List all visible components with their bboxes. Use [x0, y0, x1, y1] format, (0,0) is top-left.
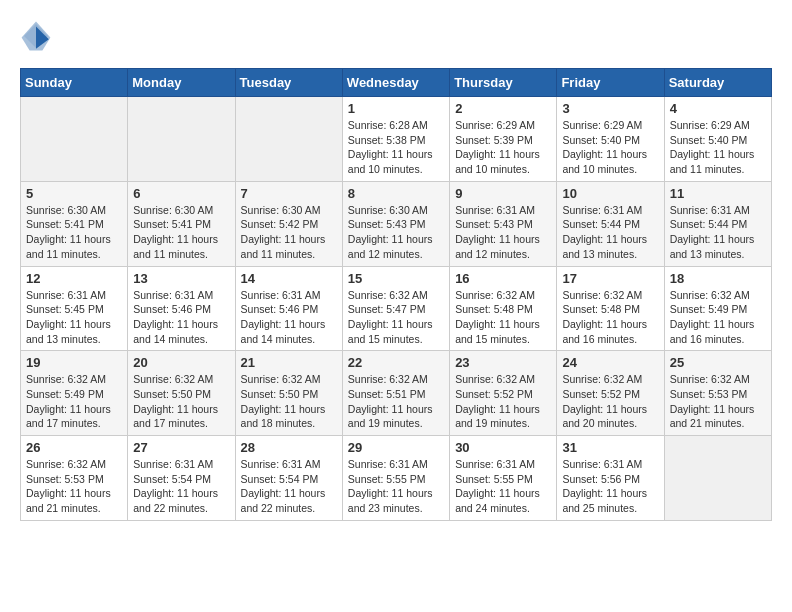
day-number: 1	[348, 101, 444, 116]
calendar-cell: 12Sunrise: 6:31 AM Sunset: 5:45 PM Dayli…	[21, 266, 128, 351]
day-info: Sunrise: 6:32 AM Sunset: 5:52 PM Dayligh…	[455, 372, 551, 431]
day-number: 21	[241, 355, 337, 370]
calendar-cell: 22Sunrise: 6:32 AM Sunset: 5:51 PM Dayli…	[342, 351, 449, 436]
calendar-cell	[235, 97, 342, 182]
calendar-table: SundayMondayTuesdayWednesdayThursdayFrid…	[20, 68, 772, 521]
calendar-cell	[664, 436, 771, 521]
calendar-cell: 15Sunrise: 6:32 AM Sunset: 5:47 PM Dayli…	[342, 266, 449, 351]
week-row-3: 12Sunrise: 6:31 AM Sunset: 5:45 PM Dayli…	[21, 266, 772, 351]
days-of-week-row: SundayMondayTuesdayWednesdayThursdayFrid…	[21, 69, 772, 97]
day-number: 20	[133, 355, 229, 370]
day-number: 4	[670, 101, 766, 116]
day-info: Sunrise: 6:32 AM Sunset: 5:53 PM Dayligh…	[26, 457, 122, 516]
day-info: Sunrise: 6:32 AM Sunset: 5:47 PM Dayligh…	[348, 288, 444, 347]
day-info: Sunrise: 6:30 AM Sunset: 5:41 PM Dayligh…	[133, 203, 229, 262]
calendar-cell: 1Sunrise: 6:28 AM Sunset: 5:38 PM Daylig…	[342, 97, 449, 182]
calendar-cell: 13Sunrise: 6:31 AM Sunset: 5:46 PM Dayli…	[128, 266, 235, 351]
calendar-cell: 3Sunrise: 6:29 AM Sunset: 5:40 PM Daylig…	[557, 97, 664, 182]
day-info: Sunrise: 6:32 AM Sunset: 5:48 PM Dayligh…	[562, 288, 658, 347]
logo	[20, 20, 58, 52]
day-number: 7	[241, 186, 337, 201]
calendar-cell: 9Sunrise: 6:31 AM Sunset: 5:43 PM Daylig…	[450, 181, 557, 266]
day-number: 9	[455, 186, 551, 201]
day-info: Sunrise: 6:29 AM Sunset: 5:40 PM Dayligh…	[670, 118, 766, 177]
day-info: Sunrise: 6:32 AM Sunset: 5:49 PM Dayligh…	[670, 288, 766, 347]
day-number: 11	[670, 186, 766, 201]
calendar-cell: 25Sunrise: 6:32 AM Sunset: 5:53 PM Dayli…	[664, 351, 771, 436]
day-info: Sunrise: 6:32 AM Sunset: 5:52 PM Dayligh…	[562, 372, 658, 431]
day-number: 15	[348, 271, 444, 286]
calendar-cell: 17Sunrise: 6:32 AM Sunset: 5:48 PM Dayli…	[557, 266, 664, 351]
day-header-wednesday: Wednesday	[342, 69, 449, 97]
day-number: 27	[133, 440, 229, 455]
calendar-cell: 10Sunrise: 6:31 AM Sunset: 5:44 PM Dayli…	[557, 181, 664, 266]
day-number: 14	[241, 271, 337, 286]
day-info: Sunrise: 6:31 AM Sunset: 5:44 PM Dayligh…	[670, 203, 766, 262]
day-number: 22	[348, 355, 444, 370]
day-number: 17	[562, 271, 658, 286]
day-number: 23	[455, 355, 551, 370]
day-header-tuesday: Tuesday	[235, 69, 342, 97]
day-info: Sunrise: 6:32 AM Sunset: 5:53 PM Dayligh…	[670, 372, 766, 431]
day-info: Sunrise: 6:31 AM Sunset: 5:55 PM Dayligh…	[455, 457, 551, 516]
day-number: 19	[26, 355, 122, 370]
day-number: 16	[455, 271, 551, 286]
day-number: 13	[133, 271, 229, 286]
day-number: 2	[455, 101, 551, 116]
day-info: Sunrise: 6:29 AM Sunset: 5:40 PM Dayligh…	[562, 118, 658, 177]
calendar-cell: 28Sunrise: 6:31 AM Sunset: 5:54 PM Dayli…	[235, 436, 342, 521]
day-info: Sunrise: 6:31 AM Sunset: 5:56 PM Dayligh…	[562, 457, 658, 516]
day-number: 26	[26, 440, 122, 455]
day-info: Sunrise: 6:32 AM Sunset: 5:50 PM Dayligh…	[241, 372, 337, 431]
calendar-cell: 24Sunrise: 6:32 AM Sunset: 5:52 PM Dayli…	[557, 351, 664, 436]
calendar-cell: 2Sunrise: 6:29 AM Sunset: 5:39 PM Daylig…	[450, 97, 557, 182]
calendar-body: 1Sunrise: 6:28 AM Sunset: 5:38 PM Daylig…	[21, 97, 772, 521]
day-number: 12	[26, 271, 122, 286]
page-header	[20, 20, 772, 52]
day-number: 18	[670, 271, 766, 286]
day-info: Sunrise: 6:32 AM Sunset: 5:51 PM Dayligh…	[348, 372, 444, 431]
calendar-cell: 16Sunrise: 6:32 AM Sunset: 5:48 PM Dayli…	[450, 266, 557, 351]
calendar-cell: 26Sunrise: 6:32 AM Sunset: 5:53 PM Dayli…	[21, 436, 128, 521]
calendar-cell: 21Sunrise: 6:32 AM Sunset: 5:50 PM Dayli…	[235, 351, 342, 436]
calendar-header: SundayMondayTuesdayWednesdayThursdayFrid…	[21, 69, 772, 97]
day-number: 5	[26, 186, 122, 201]
day-info: Sunrise: 6:28 AM Sunset: 5:38 PM Dayligh…	[348, 118, 444, 177]
day-info: Sunrise: 6:31 AM Sunset: 5:45 PM Dayligh…	[26, 288, 122, 347]
day-info: Sunrise: 6:30 AM Sunset: 5:41 PM Dayligh…	[26, 203, 122, 262]
day-header-sunday: Sunday	[21, 69, 128, 97]
day-number: 6	[133, 186, 229, 201]
day-number: 25	[670, 355, 766, 370]
day-header-monday: Monday	[128, 69, 235, 97]
day-info: Sunrise: 6:31 AM Sunset: 5:43 PM Dayligh…	[455, 203, 551, 262]
week-row-4: 19Sunrise: 6:32 AM Sunset: 5:49 PM Dayli…	[21, 351, 772, 436]
day-number: 29	[348, 440, 444, 455]
day-number: 3	[562, 101, 658, 116]
day-info: Sunrise: 6:32 AM Sunset: 5:50 PM Dayligh…	[133, 372, 229, 431]
calendar-cell: 4Sunrise: 6:29 AM Sunset: 5:40 PM Daylig…	[664, 97, 771, 182]
day-info: Sunrise: 6:30 AM Sunset: 5:43 PM Dayligh…	[348, 203, 444, 262]
calendar-cell: 11Sunrise: 6:31 AM Sunset: 5:44 PM Dayli…	[664, 181, 771, 266]
day-header-saturday: Saturday	[664, 69, 771, 97]
week-row-5: 26Sunrise: 6:32 AM Sunset: 5:53 PM Dayli…	[21, 436, 772, 521]
day-info: Sunrise: 6:31 AM Sunset: 5:46 PM Dayligh…	[133, 288, 229, 347]
calendar-cell: 7Sunrise: 6:30 AM Sunset: 5:42 PM Daylig…	[235, 181, 342, 266]
calendar-cell: 6Sunrise: 6:30 AM Sunset: 5:41 PM Daylig…	[128, 181, 235, 266]
day-info: Sunrise: 6:32 AM Sunset: 5:48 PM Dayligh…	[455, 288, 551, 347]
calendar-cell: 29Sunrise: 6:31 AM Sunset: 5:55 PM Dayli…	[342, 436, 449, 521]
calendar-cell	[128, 97, 235, 182]
day-number: 31	[562, 440, 658, 455]
week-row-2: 5Sunrise: 6:30 AM Sunset: 5:41 PM Daylig…	[21, 181, 772, 266]
calendar-cell: 5Sunrise: 6:30 AM Sunset: 5:41 PM Daylig…	[21, 181, 128, 266]
calendar-cell: 19Sunrise: 6:32 AM Sunset: 5:49 PM Dayli…	[21, 351, 128, 436]
day-number: 8	[348, 186, 444, 201]
day-info: Sunrise: 6:29 AM Sunset: 5:39 PM Dayligh…	[455, 118, 551, 177]
calendar-cell: 14Sunrise: 6:31 AM Sunset: 5:46 PM Dayli…	[235, 266, 342, 351]
day-number: 24	[562, 355, 658, 370]
calendar-cell: 23Sunrise: 6:32 AM Sunset: 5:52 PM Dayli…	[450, 351, 557, 436]
calendar-cell: 27Sunrise: 6:31 AM Sunset: 5:54 PM Dayli…	[128, 436, 235, 521]
day-number: 30	[455, 440, 551, 455]
day-header-friday: Friday	[557, 69, 664, 97]
day-info: Sunrise: 6:31 AM Sunset: 5:54 PM Dayligh…	[133, 457, 229, 516]
day-info: Sunrise: 6:31 AM Sunset: 5:46 PM Dayligh…	[241, 288, 337, 347]
